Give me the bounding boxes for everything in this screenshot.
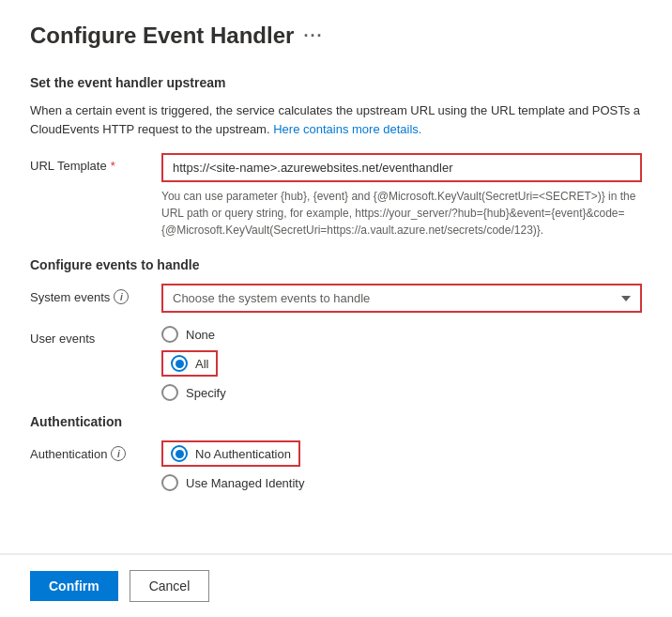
url-template-input[interactable] xyxy=(161,153,642,182)
system-events-info-icon[interactable]: i xyxy=(114,289,129,304)
radio-managed-identity-indicator xyxy=(161,474,178,491)
system-events-select-wrapper[interactable]: Choose the system events to handle xyxy=(161,284,642,313)
events-section-title: Configure events to handle xyxy=(30,257,642,272)
radio-all-indicator xyxy=(171,355,188,372)
user-events-specify-label: Specify xyxy=(186,386,226,400)
user-events-radio-group: None All Specify xyxy=(161,326,642,401)
user-events-none-label: None xyxy=(186,328,215,342)
confirm-button[interactable]: Confirm xyxy=(30,571,118,601)
auth-no-auth-label: No Authentication xyxy=(195,447,291,461)
url-hint-text: You can use parameter {hub}, {event} and… xyxy=(161,188,642,239)
auth-section-title: Authentication xyxy=(30,414,642,429)
user-events-all-selected-box: All xyxy=(161,350,218,377)
system-events-label: System events xyxy=(30,290,110,304)
auth-no-auth-selected-box: No Authentication xyxy=(161,440,300,467)
more-details-link[interactable]: Here contains more details. xyxy=(273,122,421,136)
user-events-label: User events xyxy=(30,332,95,346)
cancel-button[interactable]: Cancel xyxy=(130,570,210,602)
url-template-label: URL Template xyxy=(30,159,107,173)
page-title: Configure Event Handler xyxy=(30,23,294,49)
footer-bar: Confirm Cancel xyxy=(0,553,672,617)
events-section: Configure events to handle System events… xyxy=(30,257,642,401)
auth-radio-group: No Authentication Use Managed Identity xyxy=(161,440,642,491)
user-events-specify[interactable]: Specify xyxy=(161,384,642,401)
upstream-section-title: Set the event handler upstream xyxy=(30,75,642,90)
system-events-select[interactable]: Choose the system events to handle xyxy=(161,284,642,313)
auth-managed-identity[interactable]: Use Managed Identity xyxy=(161,474,642,491)
radio-none-indicator xyxy=(161,326,178,343)
radio-no-auth-indicator xyxy=(171,445,188,462)
auth-section: Authentication Authentication i No Authe… xyxy=(30,414,642,491)
auth-no-auth[interactable]: No Authentication xyxy=(161,440,642,467)
user-events-all-label: All xyxy=(195,357,208,371)
auth-info-icon[interactable]: i xyxy=(111,446,126,461)
upstream-section: Set the event handler upstream When a ce… xyxy=(30,75,642,239)
more-options-icon[interactable]: ··· xyxy=(303,26,323,46)
upstream-description: When a certain event is triggered, the s… xyxy=(30,101,642,138)
required-indicator: * xyxy=(111,159,115,173)
user-events-none[interactable]: None xyxy=(161,326,642,343)
radio-specify-indicator xyxy=(161,384,178,401)
auth-label: Authentication xyxy=(30,447,107,461)
user-events-all[interactable]: All xyxy=(161,350,642,377)
auth-managed-identity-label: Use Managed Identity xyxy=(186,476,304,490)
